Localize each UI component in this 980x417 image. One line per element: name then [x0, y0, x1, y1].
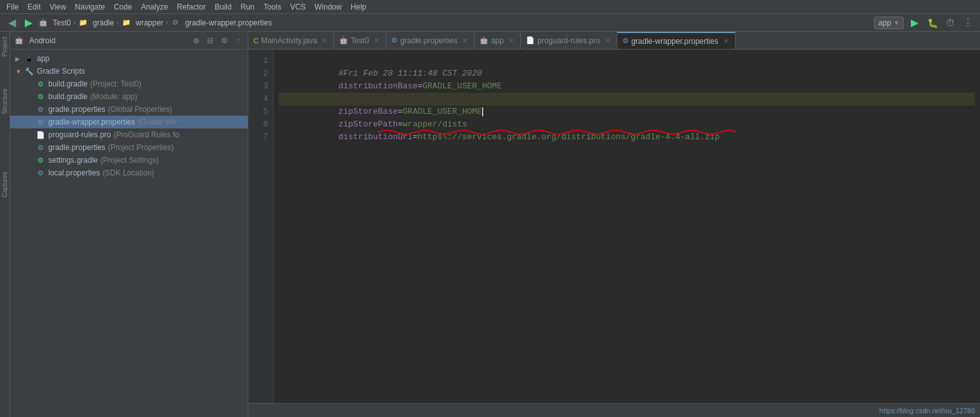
tab-gradle-wrapper-label: gradle-wrapper.properties: [631, 37, 718, 46]
code-line-2: distributionBase=GRADLE_USER_HOME: [279, 67, 975, 80]
gradle-scripts-icon: 🔧: [24, 66, 34, 76]
panel-header: 🤖 Android ⊕ ⊟ ⚙ ↑: [10, 32, 248, 50]
line-num-2: 2: [251, 67, 268, 80]
tree-item-settings-gradle[interactable]: ⚙ settings.gradle (Project Settings): [10, 154, 248, 167]
line-num-7: 7: [251, 131, 268, 144]
gradle-wrapper-tab-icon: ⚙: [622, 37, 629, 45]
profile-button[interactable]: ⏱: [943, 16, 957, 30]
file-tab-icon: 📄: [526, 36, 535, 44]
menu-help[interactable]: Help: [347, 1, 370, 13]
debug-button[interactable]: 🐛: [925, 16, 939, 30]
tabs-bar: C MainActivity.java ✕ 🤖 Test0 ✕ ⚙ gradle…: [248, 32, 980, 50]
menu-build[interactable]: Build: [211, 1, 236, 13]
menu-view[interactable]: View: [46, 1, 70, 13]
panel-settings-btn[interactable]: ⚙: [218, 35, 230, 46]
tree-label-gradle-props-p: gradle.properties: [48, 143, 105, 152]
tree-sublabel-gradle-wrapper: (Gradle Ver: [138, 118, 177, 126]
tree-label-gradle-wrapper: gradle-wrapper.properties: [48, 118, 135, 126]
tree-item-local-props[interactable]: ⚙ local.properties (SDK Location): [10, 167, 248, 179]
code-line-4: zipStoreBase=GRADLE_USER_HOME: [279, 93, 975, 106]
breadcrumb-gradlewrapper[interactable]: ⚙ gradle-wrapper.properties: [170, 18, 272, 28]
menu-run[interactable]: Run: [237, 1, 258, 13]
menu-code[interactable]: Code: [110, 1, 136, 13]
breadcrumb-test0-label: Test0: [53, 18, 71, 27]
tab-gradle-wrapper-close[interactable]: ✕: [722, 38, 730, 44]
android-icon: 🤖: [38, 18, 48, 28]
tab-test0[interactable]: 🤖 Test0 ✕: [334, 32, 386, 49]
line-num-1: 1: [251, 55, 268, 67]
tab-app-close[interactable]: ✕: [507, 37, 515, 44]
tab-test0-label: Test0: [351, 36, 369, 45]
tree-item-build-gradle-app[interactable]: ⚙ build.gradle (Module: app): [10, 90, 248, 103]
tree-item-gradle-props-project[interactable]: ⚙ gradle.properties (Project Properties): [10, 141, 248, 154]
menu-vcs[interactable]: VCS: [286, 1, 310, 13]
menu-edit[interactable]: Edit: [23, 1, 44, 13]
project-side-label[interactable]: Project: [1, 34, 8, 59]
tree-item-proguard[interactable]: 📄 proguard-rules.pro (ProGuard Rules fo: [10, 128, 248, 141]
more-button[interactable]: ⋮: [961, 16, 975, 30]
tab-mainactivity[interactable]: C MainActivity.java ✕: [248, 32, 334, 49]
menu-tools[interactable]: Tools: [260, 1, 285, 13]
tree-sublabel-proguard: (ProGuard Rules fo: [114, 130, 179, 139]
app-icon: 📱: [24, 53, 34, 64]
tree-label-gradle-scripts: Gradle Scripts: [37, 67, 85, 76]
tab-app-label: app: [491, 36, 504, 45]
code-line-3: distributionPath=wrapper/dists: [279, 80, 975, 93]
tab-mainactivity-close[interactable]: ✕: [321, 37, 328, 44]
code-content[interactable]: #Fri Feb 28 11:11:48 CST 2020 distributi…: [274, 50, 980, 403]
menu-navigate[interactable]: Navigate: [71, 1, 109, 13]
tree-label-settings-gradle: settings.gradle: [48, 156, 98, 165]
app-selector-label: app: [878, 18, 891, 27]
tree-label-gradle-props-g: gradle.properties: [48, 105, 105, 114]
code-line-1: #Fri Feb 28 11:11:48 CST 2020: [279, 55, 975, 67]
breadcrumb-wrapper[interactable]: 📁 wrapper: [121, 18, 163, 28]
captures-side-label[interactable]: Captures: [1, 169, 8, 200]
tree-item-gradle-scripts[interactable]: ▼ 🔧 Gradle Scripts: [10, 65, 248, 78]
menu-analyze[interactable]: Analyze: [137, 1, 172, 13]
menu-window[interactable]: Window: [311, 1, 346, 13]
menu-file[interactable]: File: [3, 1, 22, 13]
status-bar: https://blog.csdn.net/ou_12780: [248, 403, 980, 417]
back-button[interactable]: ◀: [5, 16, 19, 30]
tree-item-gradle-props-global[interactable]: ⚙ gradle.properties (Global Properties): [10, 103, 248, 116]
breadcrumb-gradle[interactable]: 📁 gradle: [78, 18, 114, 28]
tree-item-app[interactable]: ▶ 📱 app: [10, 52, 248, 65]
breadcrumb-right-tools: app ▼ ▶ 🐛 ⏱ ⋮: [874, 16, 975, 30]
panel-collapse-btn[interactable]: ↑: [232, 35, 244, 46]
gradle-blue-icon-3: ⚙: [36, 142, 46, 153]
panel-sync-btn[interactable]: ⊟: [205, 35, 216, 46]
tree-item-build-gradle-project[interactable]: ⚙ build.gradle (Project: Test0): [10, 78, 248, 90]
tab-proguard[interactable]: 📄 proguard-rules.pro ✕: [521, 32, 617, 49]
forward-button[interactable]: ▶: [22, 16, 36, 30]
tab-gradle-props-label: gradle.properties: [400, 36, 457, 45]
gradle-blue-icon-4: ⚙: [36, 168, 46, 178]
tree-sublabel-build-gradle-a: (Module: app): [90, 92, 137, 101]
tab-mainactivity-label: MainActivity.java: [261, 36, 317, 45]
breadcrumb-test0[interactable]: 🤖 Test0: [38, 18, 71, 28]
tab-test0-close[interactable]: ✕: [373, 37, 380, 44]
menu-bar: File Edit View Navigate Code Analyze Ref…: [0, 0, 980, 14]
tab-proguard-close[interactable]: ✕: [604, 37, 612, 44]
panel-add-btn[interactable]: ⊕: [191, 35, 202, 46]
tab-gradle-wrapper[interactable]: ⚙ gradle-wrapper.properties ✕: [617, 32, 735, 49]
tree-sublabel-gradle-props-g: (Global Properties): [108, 105, 172, 114]
code-editor[interactable]: 1 2 3 4 5 6 7 #Fri Feb 28 11:11:48 CST 2…: [248, 50, 980, 403]
status-link[interactable]: https://blog.csdn.net/ou_12780: [880, 407, 975, 414]
tree-label-local-props: local.properties: [48, 168, 100, 177]
menu-refactor[interactable]: Refactor: [173, 1, 210, 13]
panel-android-icon: 🤖: [14, 36, 24, 46]
line-num-5: 5: [251, 106, 268, 118]
app-selector[interactable]: app ▼: [874, 17, 904, 29]
breadcrumb-gradle-label: gradle: [93, 18, 114, 27]
breadcrumb-bar: ◀ ▶ 🤖 Test0 › 📁 gradle › 📁 wrapper › ⚙ g…: [0, 14, 980, 32]
tab-gradle-props[interactable]: ⚙ gradle.properties ✕: [386, 32, 474, 49]
structure-side-label[interactable]: Structure: [1, 86, 8, 117]
tree-label-app: app: [37, 54, 50, 63]
breadcrumb-sep-2: ›: [116, 19, 118, 26]
tab-app[interactable]: 🤖 app ✕: [474, 32, 521, 49]
tree-item-gradle-wrapper[interactable]: ⚙ gradle-wrapper.properties (Gradle Ver: [10, 116, 248, 128]
run-button[interactable]: ▶: [908, 16, 922, 30]
tab-gradle-props-close[interactable]: ✕: [461, 37, 469, 44]
gradle-green-icon-2: ⚙: [36, 92, 46, 102]
line-num-4: 4: [251, 93, 268, 106]
